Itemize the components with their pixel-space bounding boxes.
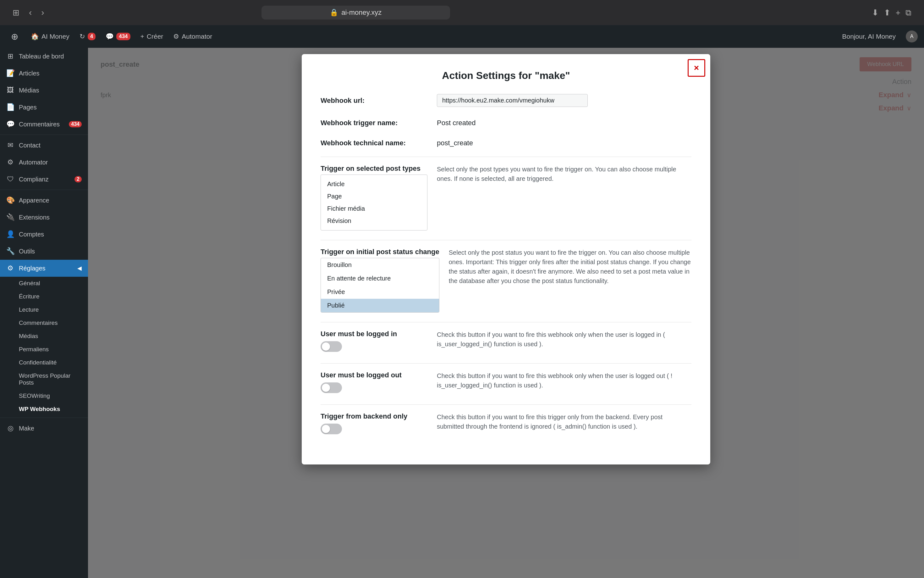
main-layout: ⊞ Tableau de bord 📝 Articles 🖼 Médias 📄 …: [0, 48, 924, 578]
complianz-badge: 2: [74, 176, 82, 182]
logged-in-left: User must be logged in: [320, 330, 427, 352]
nav-buttons: ‹ ›: [26, 6, 47, 19]
comptes-icon: 👤: [6, 230, 15, 239]
sidebar-sub-seowriting[interactable]: SEOWriting: [0, 389, 88, 403]
wp-logo[interactable]: ⊕: [6, 28, 23, 45]
post-types-left: Trigger on selected post types Article P…: [320, 164, 427, 231]
sidebar-item-extensions[interactable]: 🔌 Extensions: [0, 209, 88, 226]
sidebar-item-comptes[interactable]: 👤 Comptes: [0, 226, 88, 243]
sidebar-sub-wp-webhooks[interactable]: WP Webhooks: [0, 403, 88, 416]
dashboard-icon: ⊞: [6, 52, 15, 60]
updates-badge: 4: [88, 33, 95, 40]
plus-icon: +: [141, 33, 144, 40]
logged-out-desc: Check this button if you want to fire th…: [437, 371, 691, 390]
automator-sidebar-label: Automator: [19, 159, 48, 166]
logged-in-desc: Check this button if you want to fire th…: [437, 330, 691, 349]
new-tab-button[interactable]: +: [896, 8, 900, 18]
avatar[interactable]: A: [906, 31, 918, 42]
sidebar-item-articles[interactable]: 📝 Articles: [0, 65, 88, 82]
status-brouillon[interactable]: Brouillon: [321, 258, 439, 272]
sidebar-sub-general[interactable]: Général: [0, 277, 88, 290]
post-types-title: Trigger on selected post types: [320, 164, 427, 173]
webhook-url-label: Webhook url:: [320, 94, 427, 105]
logged-out-section: User must be logged out Check this butto…: [320, 371, 691, 393]
modal-close-button[interactable]: ×: [688, 59, 705, 77]
forward-button[interactable]: ›: [38, 6, 47, 19]
address-bar[interactable]: 🔒 ai-money.xyz: [262, 6, 450, 19]
backend-only-label: Trigger from backend only: [320, 412, 427, 421]
sidebar-toggle-button[interactable]: ⊞: [13, 8, 19, 18]
sidebar-sub-lecture[interactable]: Lecture: [0, 303, 88, 317]
sidebar-item-automator[interactable]: ⚙ Automator: [0, 154, 88, 171]
tabs-button[interactable]: ⧉: [905, 8, 911, 18]
reglages-arrow: ◀: [77, 265, 82, 272]
share-button[interactable]: ⬆: [884, 8, 891, 18]
sidebar-item-apparence[interactable]: 🎨 Apparence: [0, 192, 88, 209]
comptes-label: Comptes: [19, 231, 44, 238]
webhook-url-row: Webhook url:: [320, 94, 691, 107]
sidebar-item-pages[interactable]: 📄 Pages: [0, 99, 88, 116]
back-button[interactable]: ‹: [26, 6, 35, 19]
admin-bar-comments[interactable]: 💬 434: [100, 25, 135, 48]
admin-bar-updates[interactable]: ↻ 4: [74, 25, 100, 48]
sidebar-item-reglages[interactable]: ⚙ Réglages ◀: [0, 260, 88, 277]
post-type-article[interactable]: Article: [321, 178, 427, 190]
create-label: Créer: [147, 33, 163, 40]
sidebar-sub-commentaires[interactable]: Commentaires: [0, 317, 88, 330]
sidebar-item-dashboard[interactable]: ⊞ Tableau de bord: [0, 48, 88, 65]
url-text: ai-money.xyz: [341, 8, 382, 17]
logged-in-toggle[interactable]: [320, 341, 342, 352]
post-type-fichier-media[interactable]: Fichier média: [321, 203, 427, 215]
sidebar-item-medias[interactable]: 🖼 Médias: [0, 82, 88, 99]
webhook-trigger-label: Webhook trigger name:: [320, 116, 427, 127]
post-types-section: Trigger on selected post types Article P…: [320, 164, 691, 231]
wp-admin-bar: ⊕ 🏠 AI Money ↻ 4 💬 434 + Créer ⚙ Automat…: [0, 25, 924, 48]
status-relecture[interactable]: En attente de relecture: [321, 272, 439, 285]
admin-bar-automator[interactable]: ⚙ Automator: [168, 25, 217, 48]
status-section: Trigger on initial post status change Br…: [320, 248, 691, 313]
backend-only-desc: Check this button if you want to fire th…: [437, 412, 691, 431]
apparence-label: Apparence: [19, 197, 49, 204]
webhook-technical-label: Webhook technical name:: [320, 136, 427, 147]
sidebar-sub-medias[interactable]: Médias: [0, 330, 88, 343]
post-type-page[interactable]: Page: [321, 190, 427, 203]
logged-out-left: User must be logged out: [320, 371, 427, 393]
sidebar-item-commentaires[interactable]: 💬 Commentaires 434: [0, 116, 88, 133]
sidebar-item-make[interactable]: ◎ Make: [0, 420, 88, 437]
modal-overlay: × Action Settings for "make" Webhook url…: [88, 48, 924, 578]
logged-in-knob: [322, 343, 330, 351]
webhook-technical-value: post_create: [437, 136, 473, 147]
sidebar-item-contact[interactable]: ✉ Contact: [0, 137, 88, 154]
outils-label: Outils: [19, 248, 35, 255]
admin-bar-create[interactable]: + Créer: [136, 25, 168, 48]
logged-in-section: User must be logged in Check this button…: [320, 330, 691, 352]
post-type-revision[interactable]: Révision: [321, 215, 427, 227]
webhook-trigger-value: Post created: [437, 116, 476, 127]
backend-only-toggle[interactable]: [320, 424, 342, 434]
sidebar-sub-wp-popular-posts[interactable]: WordPress Popular Posts: [0, 369, 88, 389]
webhook-trigger-row: Webhook trigger name: Post created: [320, 116, 691, 127]
download-button[interactable]: ⬇: [872, 8, 879, 18]
backend-only-left: Trigger from backend only: [320, 412, 427, 434]
make-label: Make: [19, 425, 34, 432]
sidebar-item-outils[interactable]: 🔧 Outils: [0, 243, 88, 260]
sidebar-sub-ecriture[interactable]: Écriture: [0, 290, 88, 303]
status-left: Trigger on initial post status change Br…: [320, 248, 439, 313]
reglages-icon: ⚙: [6, 264, 15, 272]
admin-bar-right: Bonjour, AI Money A: [837, 31, 918, 42]
sidebar-sub-permaliens[interactable]: Permaliens: [0, 343, 88, 356]
reglages-label: Réglages: [19, 265, 45, 272]
logged-out-toggle[interactable]: [320, 382, 342, 393]
sidebar-sub-confidentialite[interactable]: Confidentialité: [0, 356, 88, 369]
articles-label: Articles: [19, 70, 40, 77]
medias-label: Médias: [19, 87, 39, 94]
sidebar-item-complianz[interactable]: 🛡 Complianz 2: [0, 171, 88, 188]
status-desc: Select only the post status you want to …: [449, 248, 691, 286]
browser-chrome: ⊞ ‹ › 🔒 ai-money.xyz ⬇ ⬆ + ⧉: [0, 0, 924, 25]
webhook-url-input[interactable]: [437, 94, 588, 107]
commentaires-icon: 💬: [6, 120, 15, 128]
logged-out-knob: [322, 384, 330, 392]
admin-bar-site[interactable]: 🏠 AI Money: [26, 25, 74, 48]
status-publie[interactable]: Publié: [321, 299, 439, 312]
status-privee[interactable]: Privée: [321, 285, 439, 299]
